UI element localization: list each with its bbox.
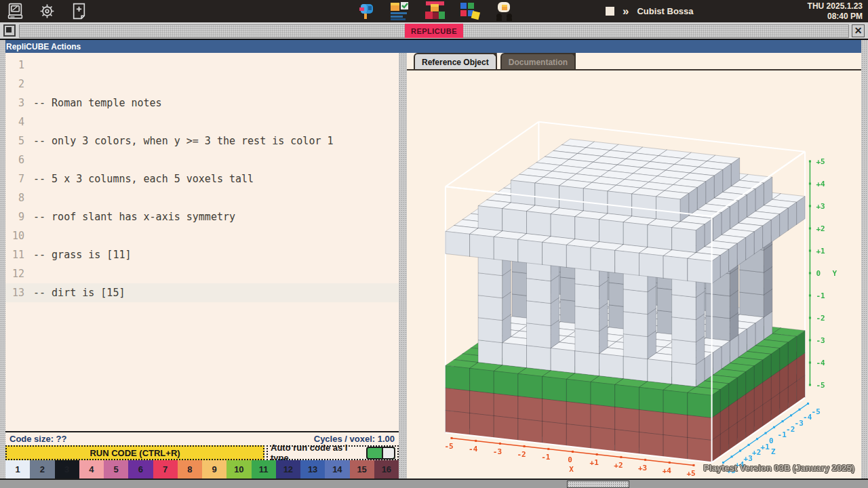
taskbar-system-icons [7,3,87,20]
line-number: 2 [5,75,24,94]
music-track-title: Cubist Bossa [637,6,693,16]
computer-icon[interactable] [7,3,24,20]
music-stop-icon[interactable] [606,7,614,16]
version-text: Playtest Version 03B (January 2025) [703,463,854,473]
line-text[interactable]: -- grass is [11] [33,245,132,264]
palette-swatch[interactable]: 6 [128,460,153,479]
pane-divider[interactable] [399,53,407,479]
code-line[interactable]: 4 [5,113,399,131]
tab-documentation[interactable]: Documentation [500,53,576,69]
cubes-stack-icon[interactable] [424,1,446,21]
palette-swatch[interactable]: 15 [350,460,374,479]
code-editor[interactable]: 123-- Roman temple notes45-- only 3 colo… [5,53,399,431]
taskbar-app-icons [358,1,515,21]
tab-notch [571,53,576,58]
new-file-icon[interactable] [71,3,87,20]
color-palette: 12345678910111213141516 [5,460,399,479]
run-code-button[interactable]: RUN CODE (CTRL+R) [5,445,264,460]
voxel-viewport[interactable]: Playtest Version 03B (January 2025) [407,70,861,479]
line-number: 6 [5,150,24,169]
taskbar: » Cubist Bossa THU 2025.1.23 08:40 PM [0,0,868,22]
palette-swatch[interactable]: 4 [79,460,104,479]
line-number: 4 [5,113,24,131]
line-text[interactable]: -- Roman temple notes [33,94,162,113]
line-number: 9 [5,207,24,226]
reference-pane: Reference ObjectDocumentation Playtest V… [407,53,861,479]
music-widget: » Cubist Bossa [606,0,694,22]
line-text[interactable]: -- only 3 colors, when y >= 3 the rest i… [33,131,334,150]
line-number: 5 [5,131,24,150]
window-edge-left [0,40,5,479]
clock-time: 08:40 PM [808,12,863,22]
autorun-box: Auto run code as I type [267,445,399,460]
window-menu-widget[interactable] [3,24,16,37]
code-line[interactable]: 5-- only 3 colors, when y >= 3 the rest … [5,131,399,150]
line-number: 8 [5,188,24,207]
scrollbar-thumb[interactable] [567,481,629,488]
palette-swatch[interactable]: 10 [226,460,251,479]
panel-header: RepliCUBE Actions [1,40,867,53]
palette-swatch[interactable]: 2 [30,460,54,479]
code-line[interactable]: 8 [5,188,399,207]
line-text[interactable]: -- 5 x 3 columns, each 5 voxels tall [33,169,254,188]
voxel-canvas[interactable] [408,71,861,478]
palette-swatch[interactable]: 3 [55,460,79,479]
code-line[interactable]: 6 [5,150,399,169]
checklist-cube-icon[interactable] [390,1,410,21]
code-line[interactable]: 1 [5,56,399,75]
code-line[interactable]: 13-- dirt is [15] [5,283,399,302]
color-grid-icon[interactable] [460,1,481,21]
line-number: 10 [5,226,24,245]
palette-swatch[interactable]: 13 [300,460,325,479]
clock-date: THU 2025.1.23 [808,1,863,12]
line-number: 3 [5,94,24,113]
tab-notch [492,53,497,58]
window-tab-replicube[interactable]: REPLICUBE [405,24,463,38]
line-text[interactable]: -- roof slant has x-axis symmetry [33,207,235,226]
code-line[interactable]: 12 [5,264,399,283]
chat-cube-icon[interactable] [494,1,515,21]
gear-icon[interactable] [39,3,56,20]
toggle-knob [382,448,394,458]
clock: THU 2025.1.23 08:40 PM [808,1,863,22]
tab-reference-object[interactable]: Reference Object [414,53,497,69]
run-controls: RUN CODE (CTRL+R) Auto run code as I typ… [5,445,399,460]
palette-swatch[interactable]: 7 [153,460,178,479]
mailbox-icon[interactable] [358,1,376,21]
code-line[interactable]: 9-- roof slant has x-axis symmetry [5,207,399,226]
line-number: 11 [5,245,24,264]
autorun-toggle[interactable] [366,447,395,460]
code-line[interactable]: 3-- Roman temple notes [5,94,399,113]
code-line[interactable]: 10 [5,226,399,245]
code-line[interactable]: 2 [5,75,399,94]
line-number: 1 [5,56,24,75]
window-edge-right [861,40,868,479]
reference-tabbar: Reference ObjectDocumentation [407,53,861,70]
code-line[interactable]: 11-- grass is [11] [5,245,399,264]
window-titlebar[interactable]: REPLICUBE ✕ [0,22,868,40]
palette-swatch[interactable]: 16 [374,460,399,479]
line-number: 7 [5,169,24,188]
close-icon[interactable]: ✕ [852,24,865,37]
palette-swatch[interactable]: 8 [178,460,202,479]
code-editor-pane: 123-- Roman temple notes45-- only 3 colo… [5,53,399,479]
line-text[interactable]: -- dirt is [15] [33,283,125,302]
code-line[interactable]: 7-- 5 x 3 columns, each 5 voxels tall [5,169,399,188]
palette-swatch[interactable]: 5 [104,460,128,479]
replicube-screen: » Cubist Bossa THU 2025.1.23 08:40 PM RE… [0,0,868,488]
line-number: 12 [5,264,24,283]
line-number: 13 [5,283,24,302]
palette-swatch[interactable]: 11 [252,460,276,479]
palette-swatch[interactable]: 9 [202,460,226,479]
palette-swatch[interactable]: 12 [276,460,300,479]
palette-swatch[interactable]: 14 [325,460,349,479]
code-size-label: Code size: ?? [9,434,67,445]
palette-swatch[interactable]: 1 [5,460,30,479]
bottom-scrollbar[interactable] [0,479,868,488]
music-skip-icon[interactable]: » [623,7,629,16]
